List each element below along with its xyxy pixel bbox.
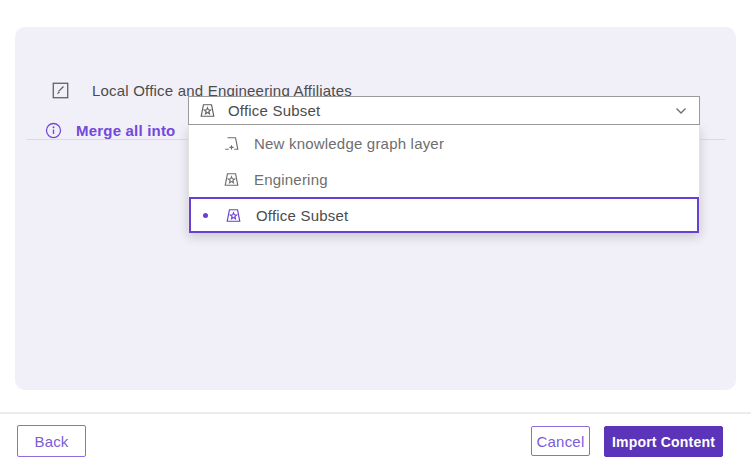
new-layer-icon [223,135,240,152]
back-button[interactable]: Back [17,425,86,457]
selected-bullet-icon [203,213,208,218]
option-label: New knowledge graph layer [254,135,444,152]
import-dialog: Local Office and Engineering Affiliates … [0,0,751,470]
knowledge-graph-layer-icon [199,102,216,119]
merge-target-dropdown: New knowledge graph layer Enginering Off… [188,125,700,233]
knowledge-graph-layer-icon [223,171,240,188]
option-enginering[interactable]: Enginering [189,161,699,197]
option-label: Office Subset [256,207,348,224]
option-new-knowledge-graph-layer[interactable]: New knowledge graph layer [189,125,699,161]
chevron-down-icon[interactable] [675,107,687,115]
option-label: Enginering [254,171,328,188]
footer-divider [0,412,751,414]
merge-row: Merge all into [45,115,175,145]
import-content-button[interactable]: Import Content [604,426,723,457]
info-icon[interactable] [45,122,62,139]
cancel-button[interactable]: Cancel [531,426,590,456]
option-office-subset[interactable]: Office Subset [189,197,699,233]
merge-target-select[interactable]: Office Subset [188,96,700,125]
merge-all-into-label: Merge all into [76,122,175,139]
knowledge-graph-layer-icon [225,207,242,224]
select-value: Office Subset [228,102,675,119]
edit-checkbox-icon[interactable] [52,82,69,99]
